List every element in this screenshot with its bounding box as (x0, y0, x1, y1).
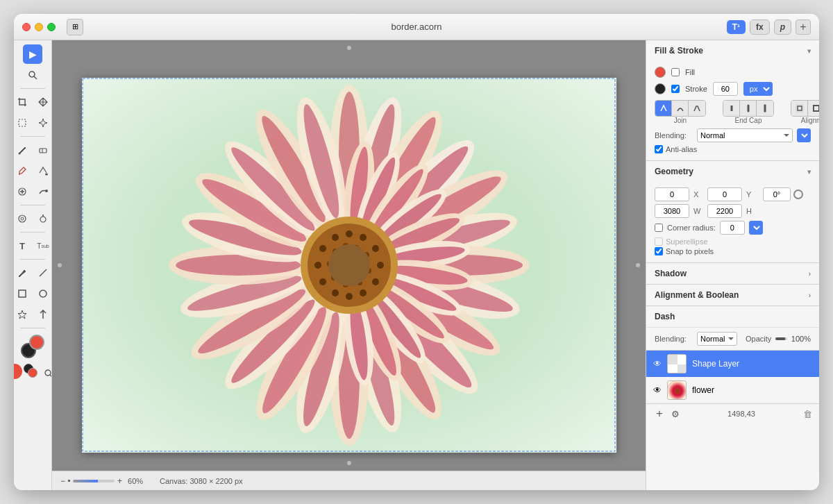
stroke-checkbox[interactable] (671, 85, 680, 93)
stroke-color-dot[interactable] (655, 83, 666, 94)
snap-pixels-checkbox[interactable] (655, 247, 663, 255)
align-center[interactable] (808, 101, 819, 116)
brush-tool[interactable] (14, 140, 32, 160)
join-btn-group (655, 100, 706, 117)
height-input[interactable] (707, 204, 742, 218)
status-bar: − + 60% Canvas: 3080 × 2200 px (52, 471, 646, 490)
ellipse-tool[interactable] (33, 284, 52, 303)
layers-section: 👁 Shape Layer 👁 (646, 351, 819, 490)
x-input[interactable] (655, 187, 689, 201)
clone-tool[interactable] (14, 182, 32, 201)
traffic-lights (22, 23, 56, 31)
cap-square[interactable] (757, 101, 773, 116)
close-button[interactable] (22, 23, 31, 31)
angle-circle[interactable] (793, 190, 803, 199)
star-tool[interactable] (14, 305, 32, 324)
geometry-chevron: ▾ (807, 168, 811, 176)
burn-tool[interactable] (33, 209, 52, 228)
color-picker-foreground[interactable] (29, 335, 44, 350)
fill-checkbox[interactable] (671, 68, 680, 76)
layers-gear-button[interactable]: ⚙ (671, 409, 680, 419)
svg-rect-5 (40, 149, 47, 153)
snap-pixels-label: Snap to pixels (666, 247, 714, 255)
main-area: ▶ (14, 40, 819, 490)
y-input[interactable] (707, 187, 742, 201)
layer-shape[interactable]: 👁 Shape Layer (646, 351, 819, 377)
layers-add-button[interactable]: + (653, 408, 666, 420)
flower-svg (82, 78, 616, 453)
minimize-button[interactable] (35, 23, 43, 31)
alignment-boolean-header[interactable]: Alignment & Boolean › (646, 285, 819, 305)
magic-wand-tool[interactable] (33, 113, 52, 133)
main-window: ⊞ border.acorn T¹ fx p + ▶ (14, 14, 819, 490)
superellipse-checkbox[interactable] (655, 237, 663, 246)
fill-color-dot[interactable] (655, 67, 666, 78)
eyedropper-tool[interactable] (14, 161, 32, 180)
fill-stroke-header[interactable]: Fill & Stroke ▾ (646, 40, 819, 61)
smudge-tool[interactable] (33, 182, 52, 201)
width-input[interactable] (655, 204, 689, 218)
svg-point-104 (319, 278, 326, 285)
join-miter[interactable] (655, 101, 672, 116)
pen-tool[interactable] (14, 263, 32, 283)
lasso-tool[interactable] (14, 113, 32, 133)
move-tool[interactable] (33, 92, 52, 112)
zoom-plus-button[interactable]: + (117, 476, 122, 486)
eraser-tool[interactable] (33, 140, 52, 160)
join-bevel[interactable] (689, 101, 705, 116)
stroke-unit-select[interactable]: px (743, 82, 773, 96)
angle-input[interactable] (763, 187, 791, 201)
corner-radius-unit[interactable]: ▾ (749, 221, 763, 235)
dodge-tool[interactable] (14, 209, 32, 228)
layer-flower-thumb (667, 380, 687, 400)
zoom-minus-button[interactable]: − (60, 476, 65, 486)
arrow-tool[interactable]: ▶ (23, 44, 42, 64)
layer-flower-eye[interactable]: 👁 (653, 385, 662, 395)
rect-tool[interactable] (14, 284, 32, 303)
stroke-value-input[interactable] (713, 82, 738, 96)
svg-point-19 (45, 370, 51, 376)
zoom-fit-tool[interactable] (39, 364, 52, 383)
line-tool[interactable] (33, 263, 52, 283)
cap-round[interactable] (740, 101, 757, 116)
layers-coords: 1498,43 (685, 410, 798, 418)
text-tool[interactable]: T (14, 236, 32, 255)
join-round[interactable] (672, 101, 689, 116)
p-button[interactable]: p (774, 19, 791, 35)
dash-blending-select[interactable]: Normal (697, 332, 737, 346)
canvas (82, 78, 616, 453)
crop-tool[interactable] (14, 92, 32, 112)
shadow-chevron: › (809, 270, 811, 278)
fx-button[interactable]: fx (750, 19, 770, 35)
dash-blending-label: Blending: (655, 335, 693, 343)
svg-point-117 (328, 244, 370, 286)
layer-flower[interactable]: 👁 flo (646, 377, 819, 403)
opacity-slider[interactable] (775, 337, 787, 340)
stroke-label: Stroke (685, 85, 707, 93)
add-panel-button[interactable]: + (796, 19, 811, 35)
dash-header[interactable]: Dash (646, 306, 819, 327)
blending-mode-select[interactable]: ▾ (797, 128, 811, 142)
layers-delete-button[interactable]: 🗑 (803, 409, 812, 419)
sidebar-toggle-button[interactable]: ⊞ (67, 19, 83, 35)
record-tool[interactable] (14, 364, 22, 379)
stroke-row: Stroke px (655, 82, 811, 96)
geometry-title: Geometry (655, 167, 693, 176)
cap-butt[interactable] (723, 101, 740, 116)
zoom-slider[interactable] (73, 480, 115, 482)
layer-shape-eye[interactable]: 👁 (653, 359, 662, 369)
zoom-tool[interactable] (23, 65, 42, 85)
align-inside[interactable] (791, 101, 808, 116)
anti-alias-checkbox[interactable] (655, 145, 663, 153)
corner-radius-checkbox[interactable] (655, 224, 663, 232)
blending-select[interactable]: Normal (697, 128, 793, 142)
paint-bucket-tool[interactable] (33, 161, 52, 180)
join-endcap-row: Join (655, 100, 811, 124)
shadow-header[interactable]: Shadow › (646, 263, 819, 284)
maximize-button[interactable] (47, 23, 56, 31)
text-tool-sub[interactable]: Tsub (33, 236, 52, 255)
corner-radius-input[interactable] (720, 221, 745, 235)
geometry-header[interactable]: Geometry ▾ (646, 161, 819, 182)
text-tool-button[interactable]: T¹ (727, 20, 746, 34)
arrow-shape-tool[interactable] (33, 305, 52, 324)
